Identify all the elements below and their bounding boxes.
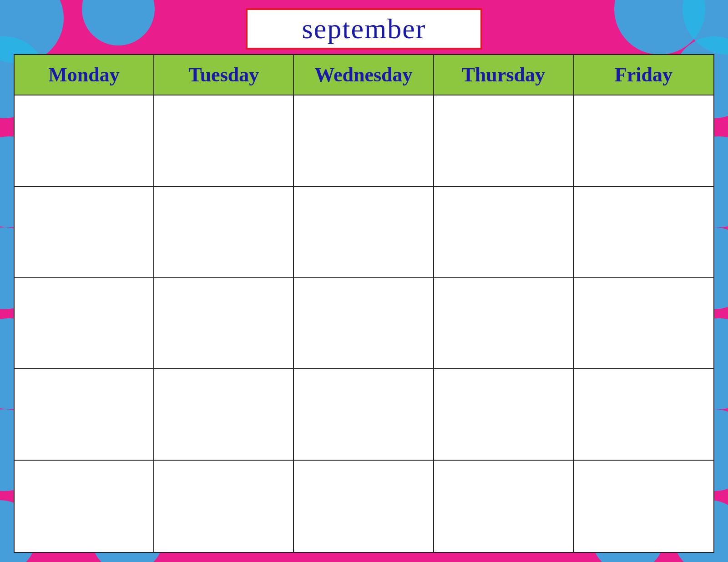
calendar-container: MondayTuesdayWednesdayThursdayFriday xyxy=(14,54,714,553)
calendar-cell[interactable] xyxy=(574,278,713,370)
calendar-cell[interactable] xyxy=(154,369,294,461)
calendar-cell[interactable] xyxy=(434,461,574,552)
day-header-wednesday: Wednesday xyxy=(294,55,434,95)
calendar-cell[interactable] xyxy=(154,461,294,552)
calendar-cell[interactable] xyxy=(574,369,713,461)
calendar-cell[interactable] xyxy=(154,95,294,187)
calendar-cell[interactable] xyxy=(15,461,154,552)
calendar-cell[interactable] xyxy=(574,187,713,278)
calendar-body xyxy=(15,95,713,552)
day-header-friday: Friday xyxy=(574,55,713,95)
calendar-cell[interactable] xyxy=(434,187,574,278)
calendar-cell[interactable] xyxy=(15,95,154,187)
calendar-cell[interactable] xyxy=(154,278,294,370)
calendar-cell[interactable] xyxy=(574,95,713,187)
calendar-cell[interactable] xyxy=(434,369,574,461)
calendar-cell[interactable] xyxy=(294,95,434,187)
calendar-cell[interactable] xyxy=(15,187,154,278)
calendar-title: september xyxy=(302,13,426,44)
calendar-cell[interactable] xyxy=(294,461,434,552)
calendar-cell[interactable] xyxy=(294,369,434,461)
title-box: september xyxy=(246,8,482,50)
calendar-header: MondayTuesdayWednesdayThursdayFriday xyxy=(15,55,713,95)
day-header-thursday: Thursday xyxy=(434,55,574,95)
day-header-monday: Monday xyxy=(15,55,154,95)
calendar-cell[interactable] xyxy=(294,187,434,278)
calendar-cell[interactable] xyxy=(15,369,154,461)
calendar-cell[interactable] xyxy=(434,278,574,370)
calendar-cell[interactable] xyxy=(574,461,713,552)
day-header-tuesday: Tuesday xyxy=(154,55,294,95)
calendar-cell[interactable] xyxy=(15,278,154,370)
calendar-cell[interactable] xyxy=(434,95,574,187)
calendar-cell[interactable] xyxy=(294,278,434,370)
calendar-wrapper: september MondayTuesdayWednesdayThursday… xyxy=(0,0,728,562)
calendar-cell[interactable] xyxy=(154,187,294,278)
